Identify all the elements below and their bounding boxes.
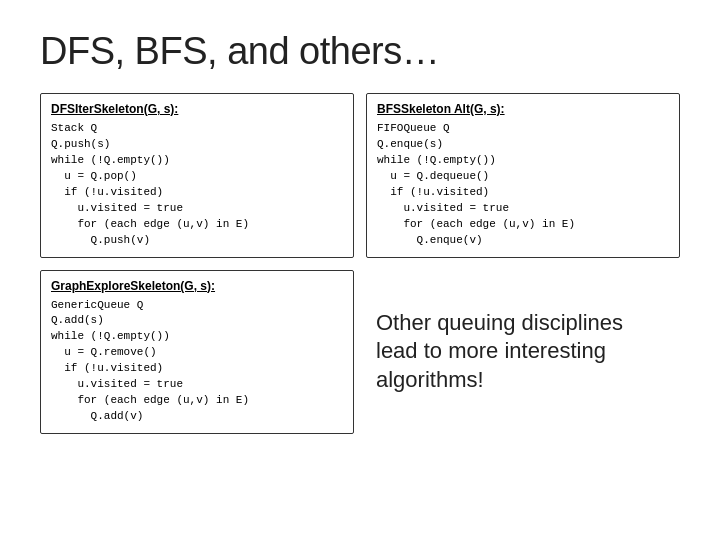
graph-box: GraphExploreSkeleton(G, s): GenericQueue… (40, 270, 354, 435)
bottom-row: GraphExploreSkeleton(G, s): GenericQueue… (40, 270, 680, 435)
info-box: Other queuing disciplines lead to more i… (366, 270, 680, 435)
bfs-code: FIFOQueue Q Q.enque(s) while (!Q.empty()… (377, 121, 669, 249)
info-text: Other queuing disciplines lead to more i… (376, 309, 670, 395)
content-grid: DFSIterSkeleton(G, s): Stack Q Q.push(s)… (40, 93, 680, 270)
dfs-code: Stack Q Q.push(s) while (!Q.empty()) u =… (51, 121, 343, 249)
dfs-box: DFSIterSkeleton(G, s): Stack Q Q.push(s)… (40, 93, 354, 258)
bfs-box: BFSSkeleton Alt(G, s): FIFOQueue Q Q.enq… (366, 93, 680, 258)
dfs-box-title: DFSIterSkeleton(G, s): (51, 102, 343, 116)
page: DFS, BFS, and others… DFSIterSkeleton(G,… (0, 0, 720, 540)
bfs-box-title: BFSSkeleton Alt(G, s): (377, 102, 669, 116)
graph-box-title: GraphExploreSkeleton(G, s): (51, 279, 343, 293)
page-title: DFS, BFS, and others… (40, 30, 680, 73)
graph-code: GenericQueue Q Q.add(s) while (!Q.empty(… (51, 298, 343, 426)
